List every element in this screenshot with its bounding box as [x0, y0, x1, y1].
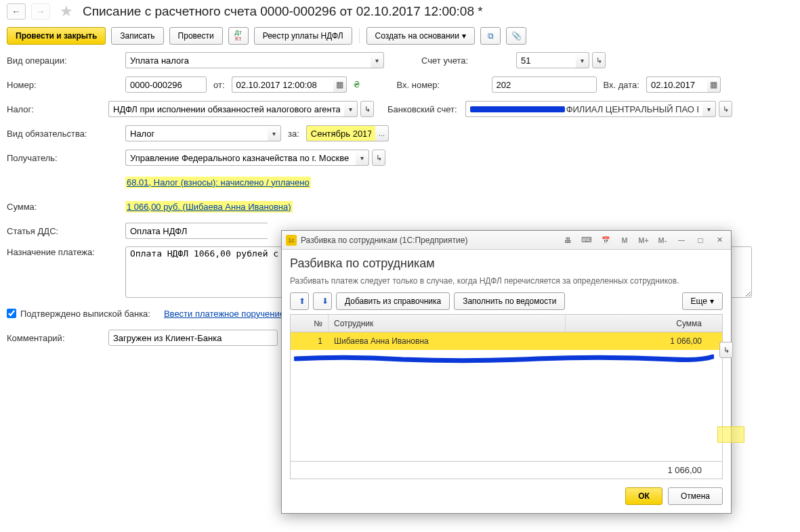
- confirmed-checkbox[interactable]: [7, 309, 16, 318]
- payee-label: Получатель:: [7, 153, 125, 163]
- period-input[interactable]: [306, 125, 375, 141]
- dialog-heading: Разбивка по сотрудникам: [290, 257, 723, 271]
- comment-input[interactable]: [108, 330, 278, 346]
- period-picker-button[interactable]: …: [375, 125, 389, 141]
- dialog-titlebar-text: Разбивка по сотрудникам (1С:Предприятие): [301, 236, 556, 245]
- bank-acc-label: Банковский счет:: [387, 104, 465, 114]
- create-based-on-button[interactable]: Создать на основании ▾: [366, 27, 476, 45]
- confirmed-label: Подтверждено выпиской банка:: [20, 309, 150, 319]
- bank-acc-open-button[interactable]: ↳: [719, 101, 732, 117]
- ok-button[interactable]: ОК: [625, 487, 662, 505]
- payee-dropdown[interactable]: ▾: [356, 150, 369, 166]
- minimize-button[interactable]: [674, 234, 689, 247]
- account-6801-link[interactable]: 68.01, Налог (взносы): начислено / уплач…: [125, 177, 311, 188]
- account-open-button[interactable]: ↳: [592, 52, 606, 68]
- in-date-input[interactable]: [646, 76, 707, 93]
- date-label: от:: [213, 80, 225, 90]
- col-num-header[interactable]: №: [291, 315, 329, 332]
- tax-dropdown[interactable]: ▾: [344, 101, 358, 117]
- ndfl-registry-button[interactable]: Реестр уплаты НДФЛ: [254, 27, 352, 45]
- move-down-button[interactable]: ⬇: [313, 292, 332, 310]
- sum-link[interactable]: 1 066,00 руб. (Шибаева Анна Ивановна): [125, 201, 293, 213]
- liability-dropdown[interactable]: ▾: [268, 125, 281, 141]
- tax-input[interactable]: [108, 101, 344, 117]
- table-row[interactable]: 1 Шибаева Анна Ивановна 1 066,00: [291, 332, 722, 350]
- memory-m-button[interactable]: M: [617, 234, 632, 247]
- table-total: 1 066,00: [566, 462, 722, 479]
- page-title: Списание с расчетного счета 0000-000296 …: [83, 4, 483, 19]
- account-label: Счет учета:: [421, 56, 516, 66]
- more-button[interactable]: Еще ▾: [682, 292, 723, 310]
- number-label: Номер:: [7, 80, 125, 90]
- cancel-button[interactable]: Отмена: [668, 487, 723, 505]
- add-from-reference-button[interactable]: Добавить из справочника: [336, 292, 450, 310]
- external-highlight: [717, 426, 744, 443]
- liability-label: Вид обязательства:: [7, 129, 125, 139]
- in-number-input[interactable]: [492, 76, 597, 93]
- post-button[interactable]: Провести: [169, 27, 223, 45]
- dds-label: Статья ДДС:: [7, 226, 125, 236]
- row-open-button[interactable]: ↳: [719, 342, 733, 358]
- memory-mminus-button[interactable]: M-: [655, 234, 670, 247]
- purpose-label: Назначение платежа:: [7, 246, 125, 259]
- save-button[interactable]: Записать: [111, 27, 163, 45]
- col-sum-header[interactable]: Сумма: [566, 315, 722, 332]
- dt-kt-button[interactable]: ДтКт: [228, 27, 249, 45]
- calendar-icon[interactable]: [333, 76, 347, 93]
- account-dropdown[interactable]: ▾: [576, 52, 589, 68]
- liability-input[interactable]: [125, 125, 268, 141]
- related-docs-button[interactable]: ⧉: [480, 27, 501, 45]
- favorite-icon[interactable]: ★: [60, 3, 73, 20]
- create-based-label: Создать на основании: [375, 31, 460, 41]
- redacted-bank-number: [470, 106, 565, 112]
- in-number-label: Вх. номер:: [397, 80, 492, 90]
- hand-drawn-annotation: [294, 354, 714, 363]
- memory-mplus-button[interactable]: M+: [636, 234, 651, 247]
- bank-acc-text: ФИЛИАЛ ЦЕНТРАЛЬНЫЙ ПАО БА: [566, 104, 698, 114]
- attachments-button[interactable]: 📎: [506, 27, 526, 45]
- move-up-button[interactable]: ⬆: [290, 292, 309, 310]
- op-type-dropdown[interactable]: ▾: [371, 52, 384, 68]
- nav-back-button[interactable]: ←: [7, 3, 26, 20]
- print-icon[interactable]: [560, 234, 575, 247]
- payee-open-button[interactable]: ↳: [372, 150, 385, 166]
- table-body[interactable]: 1 Шибаева Анна Ивановна 1 066,00: [291, 332, 722, 461]
- post-and-close-button[interactable]: Провести и закрыть: [7, 27, 106, 45]
- tax-open-button[interactable]: ↳: [360, 101, 374, 117]
- chevron-down-icon: ▾: [462, 31, 466, 41]
- dds-input[interactable]: [125, 223, 268, 239]
- row-sum: 1 066,00: [566, 332, 722, 350]
- nav-forward-button[interactable]: →: [31, 3, 50, 20]
- dialog-hint: Разбивать платеж следует только в случае…: [290, 276, 723, 286]
- close-button[interactable]: [712, 234, 727, 247]
- fill-from-sheet-button[interactable]: Заполнить по ведомости: [454, 292, 565, 310]
- calendar-tool-icon[interactable]: [598, 234, 613, 247]
- bank-acc-dropdown[interactable]: ▾: [702, 101, 716, 117]
- period-label: за:: [288, 129, 299, 139]
- in-date-label: Вх. дата:: [604, 80, 639, 90]
- number-input[interactable]: [125, 76, 207, 93]
- col-employee-header[interactable]: Сотрудник: [329, 315, 566, 332]
- maximize-button[interactable]: □: [693, 234, 708, 247]
- tax-label: Налог:: [7, 104, 108, 114]
- payee-input[interactable]: [125, 150, 356, 166]
- row-num: 1: [291, 332, 329, 350]
- chevron-down-icon: ▾: [710, 296, 714, 306]
- app-icon: 1c: [286, 235, 297, 246]
- employees-table: № Сотрудник Сумма 1 Шибаева Анна Ивановн…: [290, 314, 723, 479]
- sum-label: Сумма:: [7, 202, 125, 212]
- account-input[interactable]: [516, 52, 576, 68]
- comment-label: Комментарий:: [7, 333, 108, 343]
- calculator-icon[interactable]: [579, 234, 594, 247]
- bank-acc-input[interactable]: ФИЛИАЛ ЦЕНТРАЛЬНЫЙ ПАО БА: [465, 101, 702, 117]
- employees-breakdown-dialog: 1c Разбивка по сотрудникам (1С:Предприят…: [281, 230, 732, 514]
- in-date-calendar-icon[interactable]: [707, 76, 721, 93]
- op-type-label: Вид операции:: [7, 56, 125, 66]
- money-icon[interactable]: ₴: [354, 80, 360, 89]
- more-label: Еще: [691, 296, 707, 306]
- enter-payment-link[interactable]: Ввести платежное поручение: [164, 309, 285, 319]
- date-input[interactable]: [232, 76, 333, 93]
- row-employee: Шибаева Анна Ивановна: [329, 332, 566, 350]
- op-type-input[interactable]: [125, 52, 371, 68]
